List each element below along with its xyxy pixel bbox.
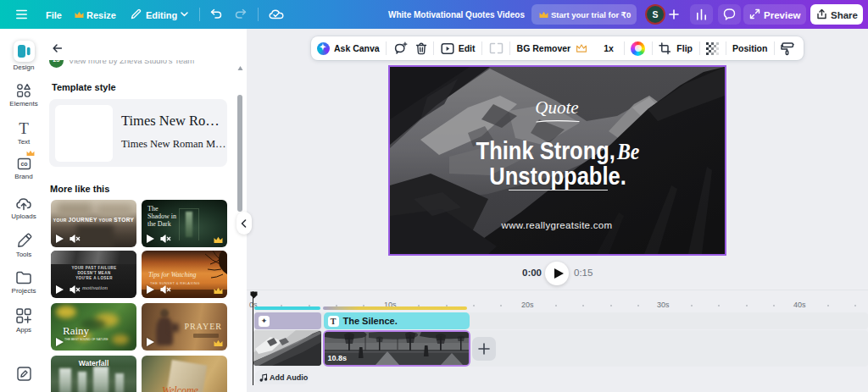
svg-text:co: co <box>20 161 27 167</box>
